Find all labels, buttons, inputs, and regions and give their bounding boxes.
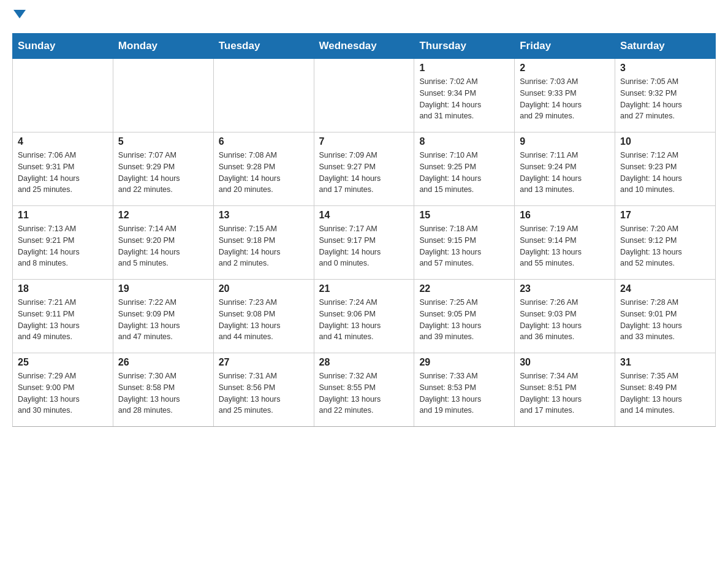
day-number: 3 [620, 63, 710, 74]
day-number: 29 [419, 357, 509, 368]
day-info: Sunrise: 7:06 AM Sunset: 9:31 PM Dayligh… [18, 150, 108, 196]
day-number: 8 [419, 136, 509, 147]
weekday-header-tuesday: Tuesday [213, 34, 314, 59]
day-info: Sunrise: 7:02 AM Sunset: 9:34 PM Dayligh… [419, 76, 509, 122]
day-info: Sunrise: 7:10 AM Sunset: 9:25 PM Dayligh… [419, 150, 509, 196]
day-cell: 2Sunrise: 7:03 AM Sunset: 9:33 PM Daylig… [515, 59, 615, 132]
day-number: 4 [18, 136, 108, 147]
day-cell: 6Sunrise: 7:08 AM Sunset: 9:28 PM Daylig… [213, 132, 314, 206]
day-number: 26 [118, 357, 208, 368]
week-row-4: 18Sunrise: 7:21 AM Sunset: 9:11 PM Dayli… [13, 280, 716, 353]
day-cell: 30Sunrise: 7:34 AM Sunset: 8:51 PM Dayli… [515, 353, 615, 427]
day-info: Sunrise: 7:33 AM Sunset: 8:53 PM Dayligh… [419, 370, 509, 416]
weekday-header-sunday: Sunday [13, 34, 113, 59]
day-cell [314, 59, 414, 132]
day-cell: 3Sunrise: 7:05 AM Sunset: 9:32 PM Daylig… [615, 59, 716, 132]
day-cell [213, 59, 314, 132]
day-cell: 21Sunrise: 7:24 AM Sunset: 9:06 PM Dayli… [314, 280, 414, 353]
day-number: 5 [118, 136, 208, 147]
weekday-header-wednesday: Wednesday [314, 34, 414, 59]
day-cell: 27Sunrise: 7:31 AM Sunset: 8:56 PM Dayli… [213, 353, 314, 427]
day-number: 7 [319, 136, 409, 147]
day-number: 30 [520, 357, 610, 368]
day-info: Sunrise: 7:26 AM Sunset: 9:03 PM Dayligh… [520, 297, 610, 343]
day-number: 21 [319, 283, 409, 294]
week-row-3: 11Sunrise: 7:13 AM Sunset: 9:21 PM Dayli… [13, 206, 716, 280]
day-info: Sunrise: 7:29 AM Sunset: 9:00 PM Dayligh… [18, 370, 108, 416]
page-header [12, 12, 716, 21]
day-cell: 8Sunrise: 7:10 AM Sunset: 9:25 PM Daylig… [414, 132, 515, 206]
day-number: 9 [520, 136, 610, 147]
day-number: 22 [419, 283, 509, 294]
weekday-header-row: SundayMondayTuesdayWednesdayThursdayFrid… [13, 34, 716, 59]
day-info: Sunrise: 7:20 AM Sunset: 9:12 PM Dayligh… [620, 223, 710, 269]
week-row-1: 1Sunrise: 7:02 AM Sunset: 9:34 PM Daylig… [13, 59, 716, 132]
day-cell: 24Sunrise: 7:28 AM Sunset: 9:01 PM Dayli… [615, 280, 716, 353]
weekday-header-monday: Monday [113, 34, 213, 59]
day-info: Sunrise: 7:07 AM Sunset: 9:29 PM Dayligh… [118, 150, 208, 196]
day-cell: 31Sunrise: 7:35 AM Sunset: 8:49 PM Dayli… [615, 353, 716, 427]
day-number: 14 [319, 210, 409, 221]
day-cell: 14Sunrise: 7:17 AM Sunset: 9:17 PM Dayli… [314, 206, 414, 280]
day-cell [13, 59, 113, 132]
day-number: 13 [219, 210, 309, 221]
day-number: 12 [118, 210, 208, 221]
day-number: 28 [319, 357, 409, 368]
logo [12, 12, 26, 21]
day-cell: 9Sunrise: 7:11 AM Sunset: 9:24 PM Daylig… [515, 132, 615, 206]
day-cell: 29Sunrise: 7:33 AM Sunset: 8:53 PM Dayli… [414, 353, 515, 427]
day-info: Sunrise: 7:12 AM Sunset: 9:23 PM Dayligh… [620, 150, 710, 196]
day-info: Sunrise: 7:34 AM Sunset: 8:51 PM Dayligh… [520, 370, 610, 416]
day-number: 11 [18, 210, 108, 221]
day-cell: 25Sunrise: 7:29 AM Sunset: 9:00 PM Dayli… [13, 353, 113, 427]
calendar-table: SundayMondayTuesdayWednesdayThursdayFrid… [12, 33, 716, 427]
day-number: 27 [219, 357, 309, 368]
day-cell [113, 59, 213, 132]
day-cell: 20Sunrise: 7:23 AM Sunset: 9:08 PM Dayli… [213, 280, 314, 353]
day-cell: 4Sunrise: 7:06 AM Sunset: 9:31 PM Daylig… [13, 132, 113, 206]
day-number: 23 [520, 283, 610, 294]
day-cell: 11Sunrise: 7:13 AM Sunset: 9:21 PM Dayli… [13, 206, 113, 280]
day-info: Sunrise: 7:08 AM Sunset: 9:28 PM Dayligh… [219, 150, 309, 196]
week-row-2: 4Sunrise: 7:06 AM Sunset: 9:31 PM Daylig… [13, 132, 716, 206]
day-number: 17 [620, 210, 710, 221]
day-number: 16 [520, 210, 610, 221]
day-info: Sunrise: 7:23 AM Sunset: 9:08 PM Dayligh… [219, 297, 309, 343]
day-number: 20 [219, 283, 309, 294]
day-number: 10 [620, 136, 710, 147]
day-cell: 23Sunrise: 7:26 AM Sunset: 9:03 PM Dayli… [515, 280, 615, 353]
day-number: 1 [419, 63, 509, 74]
day-info: Sunrise: 7:31 AM Sunset: 8:56 PM Dayligh… [219, 370, 309, 416]
day-cell: 10Sunrise: 7:12 AM Sunset: 9:23 PM Dayli… [615, 132, 716, 206]
day-cell: 5Sunrise: 7:07 AM Sunset: 9:29 PM Daylig… [113, 132, 213, 206]
day-info: Sunrise: 7:14 AM Sunset: 9:20 PM Dayligh… [118, 223, 208, 269]
day-cell: 18Sunrise: 7:21 AM Sunset: 9:11 PM Dayli… [13, 280, 113, 353]
day-number: 25 [18, 357, 108, 368]
day-info: Sunrise: 7:30 AM Sunset: 8:58 PM Dayligh… [118, 370, 208, 416]
logo-triangle-icon [13, 10, 26, 18]
weekday-header-friday: Friday [515, 34, 615, 59]
day-number: 6 [219, 136, 309, 147]
day-cell: 26Sunrise: 7:30 AM Sunset: 8:58 PM Dayli… [113, 353, 213, 427]
day-info: Sunrise: 7:32 AM Sunset: 8:55 PM Dayligh… [319, 370, 409, 416]
day-number: 2 [520, 63, 610, 74]
day-cell: 1Sunrise: 7:02 AM Sunset: 9:34 PM Daylig… [414, 59, 515, 132]
weekday-header-thursday: Thursday [414, 34, 515, 59]
day-info: Sunrise: 7:05 AM Sunset: 9:32 PM Dayligh… [620, 76, 710, 122]
day-number: 15 [419, 210, 509, 221]
day-cell: 13Sunrise: 7:15 AM Sunset: 9:18 PM Dayli… [213, 206, 314, 280]
day-cell: 28Sunrise: 7:32 AM Sunset: 8:55 PM Dayli… [314, 353, 414, 427]
day-cell: 17Sunrise: 7:20 AM Sunset: 9:12 PM Dayli… [615, 206, 716, 280]
day-info: Sunrise: 7:35 AM Sunset: 8:49 PM Dayligh… [620, 370, 710, 416]
day-info: Sunrise: 7:19 AM Sunset: 9:14 PM Dayligh… [520, 223, 610, 269]
weekday-header-saturday: Saturday [615, 34, 716, 59]
day-number: 24 [620, 283, 710, 294]
day-info: Sunrise: 7:24 AM Sunset: 9:06 PM Dayligh… [319, 297, 409, 343]
week-row-5: 25Sunrise: 7:29 AM Sunset: 9:00 PM Dayli… [13, 353, 716, 427]
day-cell: 16Sunrise: 7:19 AM Sunset: 9:14 PM Dayli… [515, 206, 615, 280]
day-cell: 7Sunrise: 7:09 AM Sunset: 9:27 PM Daylig… [314, 132, 414, 206]
day-number: 18 [18, 283, 108, 294]
day-number: 31 [620, 357, 710, 368]
day-info: Sunrise: 7:22 AM Sunset: 9:09 PM Dayligh… [118, 297, 208, 343]
day-cell: 19Sunrise: 7:22 AM Sunset: 9:09 PM Dayli… [113, 280, 213, 353]
